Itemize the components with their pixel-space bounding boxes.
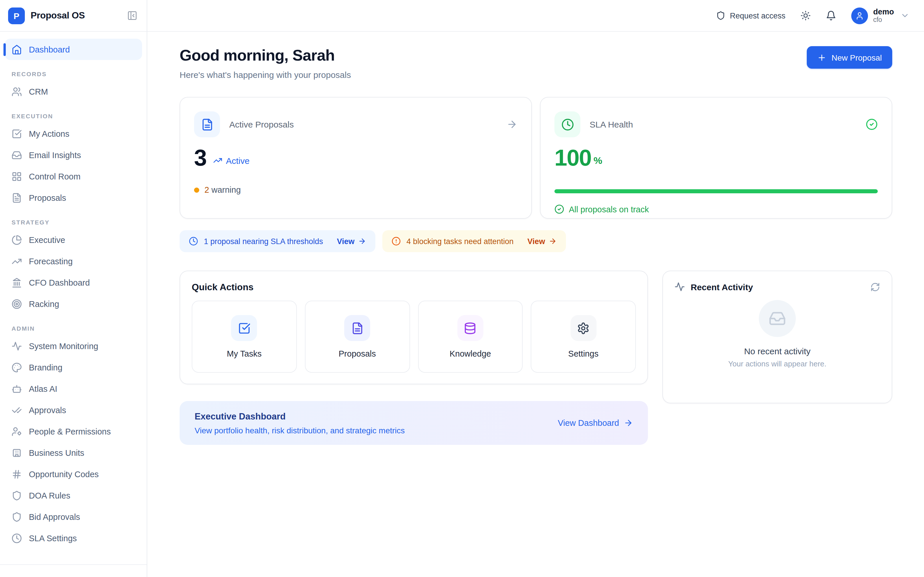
home-icon (11, 44, 22, 55)
layout-grid-icon (11, 171, 22, 182)
sidebar-item-cfo-dashboard[interactable]: CFO Dashboard (5, 272, 142, 293)
user-name: demo (873, 7, 894, 16)
new-proposal-label: New Proposal (832, 53, 882, 62)
refresh-button[interactable] (870, 282, 880, 292)
quick-action-my-tasks[interactable]: My Tasks (192, 301, 297, 373)
notifications-button[interactable] (826, 10, 836, 21)
sidebar-item-my-actions[interactable]: My Actions (5, 123, 142, 144)
quick-action-settings[interactable]: Settings (531, 301, 636, 373)
lower-grid: Quick Actions My Tasks (179, 271, 892, 445)
active-proposals-value-row: 3 Active (194, 145, 517, 171)
quick-action-label: My Tasks (227, 350, 262, 359)
right-column: Recent Activity No recent activity Your … (662, 271, 892, 445)
recent-activity-card: Recent Activity No recent activity Your … (662, 271, 892, 404)
target-icon (11, 298, 22, 309)
user-cog-icon (11, 426, 22, 437)
sidebar-item-people-permissions[interactable]: People & Permissions (5, 421, 142, 442)
arrow-right-icon[interactable] (506, 119, 517, 130)
banner-title: Executive Dashboard (195, 411, 405, 422)
executive-dashboard-banner[interactable]: Executive Dashboard View portfolio healt… (179, 401, 648, 445)
sidebar-item-opportunity-codes[interactable]: Opportunity Codes (5, 463, 142, 485)
chevron-down-icon (900, 11, 909, 20)
stats-row: Active Proposals 3 Active 2 warning (179, 97, 892, 219)
sidebar-item-label: CFO Dashboard (29, 278, 90, 287)
sidebar-item-branding[interactable]: Branding (5, 356, 142, 378)
request-access-label: Request access (730, 11, 785, 20)
sidebar-item-system-monitoring[interactable]: System Monitoring (5, 335, 142, 356)
sidebar-item-label: SLA Settings (29, 533, 77, 543)
sla-progress-track (554, 190, 878, 193)
pie-chart-icon (11, 235, 22, 245)
sidebar-section-strategy: STRATEGY (5, 219, 142, 226)
user-role: cfo (873, 16, 894, 24)
sidebar-item-bid-approvals[interactable]: Bid Approvals (5, 506, 142, 527)
sidebar-item-executive[interactable]: Executive (5, 229, 142, 250)
hash-icon (11, 469, 22, 479)
app-window: P Proposal OS Dashboard RECORDS CRM EXEC… (0, 0, 924, 577)
quick-action-label: Proposals (339, 350, 376, 359)
blocking-tasks-alert[interactable]: 4 blocking tasks need attention View (382, 230, 566, 253)
sidebar-item-label: Branding (29, 363, 62, 372)
check-circle-icon (866, 119, 878, 131)
alert-view-link[interactable]: View (528, 237, 557, 246)
users-icon (11, 86, 22, 97)
clock-icon (561, 118, 574, 131)
request-access-button[interactable]: Request access (716, 11, 785, 20)
quick-action-knowledge[interactable]: Knowledge (418, 301, 523, 373)
empty-state-title: No recent activity (744, 347, 811, 356)
arrow-right-icon (624, 419, 633, 428)
landmark-icon (11, 277, 22, 288)
warning-dot-icon (194, 187, 199, 193)
sidebar-section-records: RECORDS (5, 70, 142, 77)
sidebar-nav: Dashboard RECORDS CRM EXECUTION My Actio… (0, 32, 147, 549)
sidebar-item-label: Email Insights (29, 150, 81, 160)
sidebar-item-dashboard[interactable]: Dashboard (5, 39, 142, 60)
sidebar-item-approvals[interactable]: Approvals (5, 399, 142, 421)
new-proposal-button[interactable]: New Proposal (807, 46, 892, 69)
check-square-icon-tile (231, 315, 257, 341)
avatar (851, 7, 868, 24)
view-dashboard-link[interactable]: View Dashboard (558, 419, 633, 428)
sidebar-item-label: Executive (29, 235, 65, 244)
sidebar-collapse-button[interactable] (126, 9, 139, 22)
palette-icon (11, 362, 22, 372)
sidebar-item-racking[interactable]: Racking (5, 293, 142, 314)
inbox-icon (769, 310, 786, 327)
sidebar-item-atlas-ai[interactable]: Atlas AI (5, 378, 142, 399)
quick-actions-card: Quick Actions My Tasks (179, 271, 648, 385)
file-text-icon (351, 322, 363, 335)
user-menu[interactable]: demo cfo (851, 7, 909, 24)
warning-count: 2 (204, 185, 209, 195)
sidebar-item-label: Forecasting (29, 256, 73, 266)
sidebar-item-email-insights[interactable]: Email Insights (5, 144, 142, 166)
trending-up-icon (213, 156, 223, 165)
sidebar-item-business-units[interactable]: Business Units (5, 442, 142, 463)
active-proposals-card[interactable]: Active Proposals 3 Active 2 warning (179, 97, 532, 219)
sidebar-item-label: Opportunity Codes (29, 469, 99, 479)
left-column: Quick Actions My Tasks (179, 271, 648, 445)
trending-up-icon (11, 256, 22, 266)
sidebar-item-control-room[interactable]: Control Room (5, 166, 142, 187)
sidebar-item-forecasting[interactable]: Forecasting (5, 250, 142, 272)
sidebar-item-sla-settings[interactable]: SLA Settings (5, 527, 142, 549)
plus-icon (817, 53, 826, 62)
clock-icon-tile (554, 112, 580, 138)
sidebar: P Proposal OS Dashboard RECORDS CRM EXEC… (0, 0, 147, 577)
arrow-right-icon (549, 237, 557, 245)
sla-unit: % (594, 155, 603, 167)
sla-progress-fill (554, 190, 878, 193)
sidebar-item-doa-rules[interactable]: DOA Rules (5, 485, 142, 506)
file-text-icon-tile (194, 112, 220, 138)
sidebar-item-crm[interactable]: CRM (5, 81, 142, 102)
app-logo-letter: P (14, 11, 19, 21)
trend-label: Active (226, 156, 250, 166)
warning-label: warning (212, 185, 241, 195)
sla-health-card[interactable]: SLA Health 100 % All proposals on track (540, 97, 892, 219)
quick-action-proposals[interactable]: Proposals (305, 301, 410, 373)
view-dashboard-label: View Dashboard (558, 419, 619, 428)
sla-threshold-alert[interactable]: 1 proposal nearing SLA thresholds View (179, 230, 375, 253)
sidebar-item-proposals[interactable]: Proposals (5, 187, 142, 208)
theme-toggle-button[interactable] (800, 10, 811, 21)
user-icon (855, 11, 864, 20)
alert-view-link[interactable]: View (337, 237, 366, 246)
